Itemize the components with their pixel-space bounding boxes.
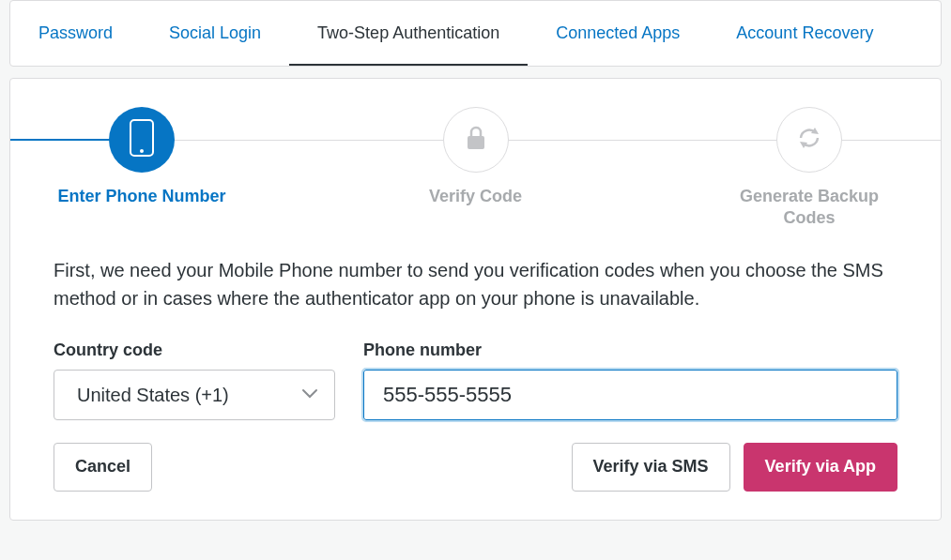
tab-account-recovery[interactable]: Account Recovery — [708, 1, 901, 66]
description-text: First, we need your Mobile Phone number … — [54, 256, 897, 312]
step-label-1: Enter Phone Number — [57, 186, 225, 207]
verify-sms-button[interactable]: Verify via SMS — [572, 443, 730, 492]
country-code-select-wrap: United States (+1) — [54, 370, 335, 420]
country-code-field: Country code United States (+1) — [54, 341, 335, 420]
step-label-3: Generate Backup Codes — [715, 186, 903, 230]
fields-row: Country code United States (+1) Phone nu… — [54, 341, 897, 420]
phone-icon — [130, 119, 154, 160]
two-step-card: Enter Phone Number Verify Code — [9, 78, 942, 521]
tabs-nav: Password Social Login Two-Step Authentic… — [9, 0, 942, 67]
content-area: First, we need your Mobile Phone number … — [10, 239, 941, 492]
step-backup-codes: Generate Backup Codes — [715, 107, 903, 230]
tab-connected-apps[interactable]: Connected Apps — [528, 1, 708, 66]
lock-icon — [465, 125, 487, 155]
tab-two-step-auth[interactable]: Two-Step Authentication — [289, 1, 528, 66]
cancel-button[interactable]: Cancel — [54, 443, 152, 492]
step-label-2: Verify Code — [429, 186, 522, 207]
country-code-label: Country code — [54, 341, 335, 360]
actions-row: Cancel Verify via SMS Verify via App — [54, 443, 897, 492]
country-code-select[interactable]: United States (+1) — [54, 370, 335, 420]
verify-app-button[interactable]: Verify via App — [744, 443, 897, 492]
svg-rect-2 — [468, 136, 484, 149]
refresh-icon — [795, 124, 823, 156]
step-circle-3 — [776, 107, 842, 173]
svg-point-1 — [140, 149, 144, 153]
spacer — [152, 443, 572, 492]
stepper: Enter Phone Number Verify Code — [10, 79, 941, 239]
tab-password[interactable]: Password — [10, 1, 141, 66]
phone-field: Phone number — [363, 341, 897, 420]
tab-social-login[interactable]: Social Login — [141, 1, 289, 66]
phone-input[interactable] — [363, 370, 897, 420]
phone-label: Phone number — [363, 341, 897, 360]
step-verify-code: Verify Code — [382, 107, 570, 207]
step-circle-2 — [443, 107, 509, 173]
step-circle-1 — [109, 107, 175, 173]
step-enter-phone: Enter Phone Number — [48, 107, 236, 207]
